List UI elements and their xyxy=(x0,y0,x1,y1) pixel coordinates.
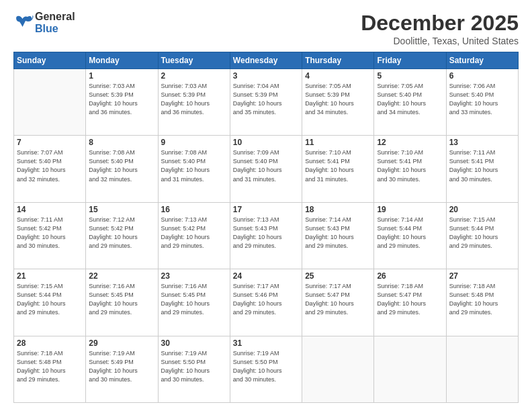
calendar-header-saturday: Saturday xyxy=(446,52,518,69)
day-info: Sunrise: 7:19 AM Sunset: 5:50 PM Dayligh… xyxy=(161,349,227,384)
calendar-cell: 16Sunrise: 7:13 AM Sunset: 5:42 PM Dayli… xyxy=(158,202,230,269)
calendar-cell: 29Sunrise: 7:19 AM Sunset: 5:49 PM Dayli… xyxy=(86,336,158,402)
day-info: Sunrise: 7:12 AM Sunset: 5:42 PM Dayligh… xyxy=(89,216,154,250)
day-number: 4 xyxy=(305,71,371,81)
bird-icon xyxy=(13,13,34,33)
calendar-week-4: 21Sunrise: 7:15 AM Sunset: 5:44 PM Dayli… xyxy=(14,269,519,336)
day-number: 9 xyxy=(161,138,227,147)
calendar-week-2: 7Sunrise: 7:07 AM Sunset: 5:40 PM Daylig… xyxy=(14,136,519,202)
day-info: Sunrise: 7:07 AM Sunset: 5:40 PM Dayligh… xyxy=(17,148,83,183)
calendar-cell: 28Sunrise: 7:18 AM Sunset: 5:48 PM Dayli… xyxy=(14,336,86,402)
day-info: Sunrise: 7:18 AM Sunset: 5:48 PM Dayligh… xyxy=(17,349,83,384)
day-info: Sunrise: 7:06 AM Sunset: 5:40 PM Dayligh… xyxy=(449,82,515,117)
day-number: 8 xyxy=(89,138,154,147)
calendar-week-5: 28Sunrise: 7:18 AM Sunset: 5:48 PM Dayli… xyxy=(14,336,519,402)
day-number: 18 xyxy=(305,205,371,214)
calendar-cell: 12Sunrise: 7:10 AM Sunset: 5:41 PM Dayli… xyxy=(374,136,446,202)
calendar-cell: 5Sunrise: 7:05 AM Sunset: 5:40 PM Daylig… xyxy=(374,69,446,136)
day-number: 23 xyxy=(161,271,227,281)
day-info: Sunrise: 7:14 AM Sunset: 5:44 PM Dayligh… xyxy=(377,216,443,250)
day-number: 19 xyxy=(377,205,443,214)
day-number: 11 xyxy=(305,138,371,147)
day-number: 1 xyxy=(89,71,154,81)
day-info: Sunrise: 7:17 AM Sunset: 5:46 PM Dayligh… xyxy=(233,282,299,317)
day-info: Sunrise: 7:19 AM Sunset: 5:50 PM Dayligh… xyxy=(233,349,299,384)
calendar-cell: 9Sunrise: 7:08 AM Sunset: 5:40 PM Daylig… xyxy=(158,136,230,202)
day-info: Sunrise: 7:10 AM Sunset: 5:41 PM Dayligh… xyxy=(305,148,371,183)
header: General Blue December 2025 Doolittle, Te… xyxy=(13,11,519,46)
day-number: 3 xyxy=(233,71,299,81)
day-number: 30 xyxy=(161,338,227,348)
calendar-cell: 17Sunrise: 7:13 AM Sunset: 5:43 PM Dayli… xyxy=(230,202,302,269)
calendar-week-1: 1Sunrise: 7:03 AM Sunset: 5:39 PM Daylig… xyxy=(14,69,519,136)
calendar-cell: 10Sunrise: 7:09 AM Sunset: 5:40 PM Dayli… xyxy=(230,136,302,202)
day-info: Sunrise: 7:09 AM Sunset: 5:40 PM Dayligh… xyxy=(233,148,299,183)
day-number: 16 xyxy=(161,205,227,214)
calendar-cell: 19Sunrise: 7:14 AM Sunset: 5:44 PM Dayli… xyxy=(374,202,446,269)
calendar-cell: 7Sunrise: 7:07 AM Sunset: 5:40 PM Daylig… xyxy=(14,136,86,202)
calendar-cell: 23Sunrise: 7:16 AM Sunset: 5:45 PM Dayli… xyxy=(158,269,230,336)
calendar-cell: 2Sunrise: 7:03 AM Sunset: 5:39 PM Daylig… xyxy=(158,69,230,136)
calendar-cell: 15Sunrise: 7:12 AM Sunset: 5:42 PM Dayli… xyxy=(86,202,158,269)
calendar-cell: 30Sunrise: 7:19 AM Sunset: 5:50 PM Dayli… xyxy=(158,336,230,402)
calendar-cell: 1Sunrise: 7:03 AM Sunset: 5:39 PM Daylig… xyxy=(86,69,158,136)
calendar-cell: 14Sunrise: 7:11 AM Sunset: 5:42 PM Dayli… xyxy=(14,202,86,269)
day-number: 21 xyxy=(17,271,83,281)
day-info: Sunrise: 7:16 AM Sunset: 5:45 PM Dayligh… xyxy=(89,282,154,317)
day-number: 13 xyxy=(449,138,515,147)
calendar-cell: 31Sunrise: 7:19 AM Sunset: 5:50 PM Dayli… xyxy=(230,336,302,402)
logo: General Blue xyxy=(13,11,75,34)
day-info: Sunrise: 7:11 AM Sunset: 5:41 PM Dayligh… xyxy=(449,148,515,183)
day-number: 20 xyxy=(449,205,515,214)
calendar-cell: 6Sunrise: 7:06 AM Sunset: 5:40 PM Daylig… xyxy=(446,69,518,136)
calendar-table: SundayMondayTuesdayWednesdayThursdayFrid… xyxy=(13,52,519,403)
day-number: 24 xyxy=(233,271,299,281)
day-number: 2 xyxy=(161,71,227,81)
page: General Blue December 2025 Doolittle, Te… xyxy=(0,0,532,411)
day-info: Sunrise: 7:13 AM Sunset: 5:42 PM Dayligh… xyxy=(161,216,227,250)
day-info: Sunrise: 7:13 AM Sunset: 5:43 PM Dayligh… xyxy=(233,216,299,250)
calendar-cell: 27Sunrise: 7:18 AM Sunset: 5:48 PM Dayli… xyxy=(446,269,518,336)
day-number: 27 xyxy=(449,271,515,281)
day-info: Sunrise: 7:03 AM Sunset: 5:39 PM Dayligh… xyxy=(89,82,154,117)
calendar-header-wednesday: Wednesday xyxy=(230,52,302,69)
day-info: Sunrise: 7:16 AM Sunset: 5:45 PM Dayligh… xyxy=(161,282,227,317)
day-info: Sunrise: 7:05 AM Sunset: 5:40 PM Dayligh… xyxy=(377,82,443,117)
day-info: Sunrise: 7:08 AM Sunset: 5:40 PM Dayligh… xyxy=(89,148,154,183)
day-number: 26 xyxy=(377,271,443,281)
calendar-cell xyxy=(446,336,518,402)
calendar-cell: 11Sunrise: 7:10 AM Sunset: 5:41 PM Dayli… xyxy=(302,136,374,202)
day-info: Sunrise: 7:18 AM Sunset: 5:48 PM Dayligh… xyxy=(449,282,515,317)
day-info: Sunrise: 7:17 AM Sunset: 5:47 PM Dayligh… xyxy=(305,282,371,317)
calendar-cell: 25Sunrise: 7:17 AM Sunset: 5:47 PM Dayli… xyxy=(302,269,374,336)
day-number: 25 xyxy=(305,271,371,281)
day-number: 29 xyxy=(89,338,154,348)
month-title: December 2025 xyxy=(361,11,519,36)
day-info: Sunrise: 7:03 AM Sunset: 5:39 PM Dayligh… xyxy=(161,82,227,117)
day-info: Sunrise: 7:08 AM Sunset: 5:40 PM Dayligh… xyxy=(161,148,227,183)
calendar-header-sunday: Sunday xyxy=(14,52,86,69)
day-info: Sunrise: 7:19 AM Sunset: 5:49 PM Dayligh… xyxy=(89,349,154,384)
location: Doolittle, Texas, United States xyxy=(361,36,519,46)
calendar-cell: 22Sunrise: 7:16 AM Sunset: 5:45 PM Dayli… xyxy=(86,269,158,336)
calendar-header-friday: Friday xyxy=(374,52,446,69)
calendar-header-monday: Monday xyxy=(86,52,158,69)
calendar-cell: 13Sunrise: 7:11 AM Sunset: 5:41 PM Dayli… xyxy=(446,136,518,202)
calendar-header-tuesday: Tuesday xyxy=(158,52,230,69)
calendar-header-thursday: Thursday xyxy=(302,52,374,69)
calendar-cell xyxy=(374,336,446,402)
day-number: 17 xyxy=(233,205,299,214)
day-info: Sunrise: 7:15 AM Sunset: 5:44 PM Dayligh… xyxy=(17,282,83,317)
calendar-cell: 24Sunrise: 7:17 AM Sunset: 5:46 PM Dayli… xyxy=(230,269,302,336)
day-info: Sunrise: 7:18 AM Sunset: 5:47 PM Dayligh… xyxy=(377,282,443,317)
day-number: 22 xyxy=(89,271,154,281)
day-info: Sunrise: 7:14 AM Sunset: 5:43 PM Dayligh… xyxy=(305,216,371,250)
title-block: December 2025 Doolittle, Texas, United S… xyxy=(361,11,519,46)
day-number: 12 xyxy=(377,138,443,147)
day-number: 28 xyxy=(17,338,83,348)
day-info: Sunrise: 7:11 AM Sunset: 5:42 PM Dayligh… xyxy=(17,216,83,250)
day-info: Sunrise: 7:10 AM Sunset: 5:41 PM Dayligh… xyxy=(377,148,443,183)
logo-general: General xyxy=(35,11,75,23)
day-info: Sunrise: 7:05 AM Sunset: 5:39 PM Dayligh… xyxy=(305,82,371,117)
logo-text: General Blue xyxy=(35,11,75,34)
